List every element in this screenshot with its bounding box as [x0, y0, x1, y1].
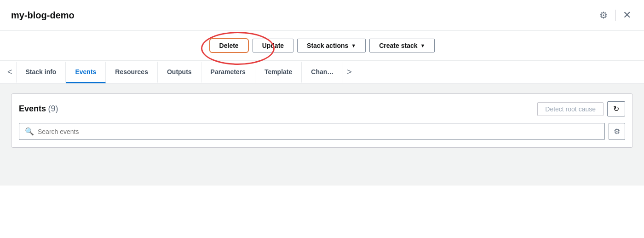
events-panel-header: Events (9) Detect root cause ↻	[19, 101, 625, 116]
tabs-container: < Stack info Events Resources Outputs Pa…	[0, 61, 644, 84]
header-right: ⚙ ✕	[598, 7, 633, 23]
header-divider	[615, 10, 615, 21]
tab-resources[interactable]: Resources	[106, 62, 158, 83]
stack-actions-button[interactable]: Stack actions ▼	[297, 39, 366, 52]
refresh-button[interactable]: ↻	[607, 101, 625, 116]
update-button[interactable]: Update	[253, 39, 293, 52]
stack-actions-caret: ▼	[351, 43, 356, 48]
tab-scroll-left-button[interactable]: <	[4, 61, 16, 83]
stack-title: my-blog-demo	[11, 10, 75, 21]
tab-stack-info[interactable]: Stack info	[16, 62, 66, 83]
create-stack-caret: ▼	[420, 43, 426, 48]
tab-outputs[interactable]: Outputs	[158, 62, 201, 83]
tab-change-sets[interactable]: Chan…	[302, 62, 343, 83]
delete-wrapper: Delete	[209, 38, 249, 53]
gear-icon: ⚙	[599, 10, 608, 21]
events-count: (9)	[48, 104, 58, 113]
events-actions: Detect root cause ↻	[537, 101, 625, 116]
search-input[interactable]	[38, 128, 599, 135]
close-icon: ✕	[623, 9, 631, 21]
stack-actions-label: Stack actions	[307, 42, 348, 49]
search-bar: 🔍	[19, 123, 605, 140]
search-row: 🔍 ⚙	[19, 123, 625, 140]
tab-template[interactable]: Template	[255, 62, 302, 83]
toolbar: Delete Update Stack actions ▼ Create sta…	[0, 31, 644, 61]
search-settings-icon: ⚙	[614, 127, 620, 136]
refresh-icon: ↻	[613, 104, 619, 113]
events-title-group: Events (9)	[19, 104, 58, 114]
page-container: my-blog-demo ⚙ ✕ Delete Update Stack act…	[0, 0, 644, 238]
tab-events[interactable]: Events	[66, 62, 106, 83]
header: my-blog-demo ⚙ ✕	[0, 0, 644, 31]
search-icon: 🔍	[25, 127, 34, 136]
events-title: Events	[19, 104, 46, 113]
events-panel: Events (9) Detect root cause ↻ 🔍 ⚙	[11, 93, 633, 148]
detect-root-cause-button[interactable]: Detect root cause	[537, 102, 604, 116]
tab-scroll-right-button[interactable]: >	[343, 61, 356, 83]
search-settings-button[interactable]: ⚙	[609, 123, 625, 140]
content-area: Events (9) Detect root cause ↻ 🔍 ⚙	[0, 84, 644, 186]
tab-parameters[interactable]: Parameters	[201, 62, 255, 83]
settings-icon-button[interactable]: ⚙	[598, 8, 610, 23]
create-stack-label: Create stack	[379, 42, 417, 49]
header-left: my-blog-demo	[11, 10, 75, 21]
create-stack-button[interactable]: Create stack ▼	[369, 39, 435, 52]
close-button[interactable]: ✕	[621, 7, 633, 23]
delete-button[interactable]: Delete	[209, 38, 249, 53]
